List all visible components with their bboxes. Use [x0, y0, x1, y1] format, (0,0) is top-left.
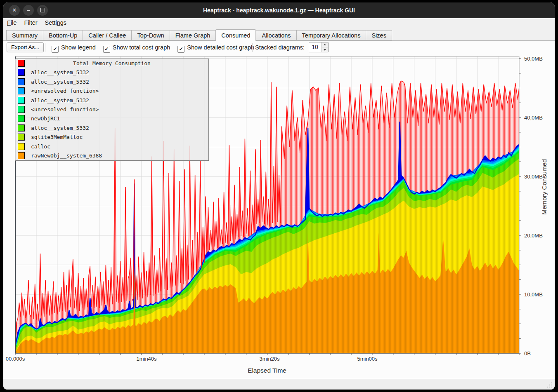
- tab-sizes[interactable]: Sizes: [366, 30, 392, 40]
- toolbar-separator: [252, 43, 253, 52]
- y-tick-label: 50,0MB: [524, 56, 543, 62]
- legend-item: sqlite3MemMalloc: [15, 133, 208, 142]
- legend-swatch: [18, 97, 25, 104]
- y-tick-label: 0B: [524, 350, 531, 357]
- legend-item: <unresolved function>: [15, 105, 208, 114]
- stacked-diagrams-label: Stacked diagrams:: [255, 44, 305, 51]
- legend-label: alloc__system_5332: [31, 124, 89, 133]
- legend-item: alloc__system_5332: [15, 96, 208, 105]
- legend-item: alloc__system_5332: [15, 124, 208, 133]
- y-tick-label: 20,0MB: [524, 232, 543, 239]
- legend-swatch: [18, 69, 25, 76]
- title-bar[interactable]: ✕ – Heaptrack - heaptrack.wakunode.1.gz …: [3, 2, 555, 18]
- stacked-diagrams-group: Stacked diagrams: 10: [255, 41, 329, 54]
- legend-item: newObjRC1: [15, 114, 208, 123]
- legend-item: calloc: [15, 142, 208, 151]
- app-window: ✕ – Heaptrack - heaptrack.wakunode.1.gz …: [3, 2, 555, 390]
- legend-swatch: [18, 124, 25, 131]
- legend-swatch: [18, 143, 25, 150]
- legend-item: alloc__system_5332: [15, 77, 208, 87]
- tab-bottom-up[interactable]: Bottom-Up: [43, 30, 83, 40]
- chart-legend: Total Memory Consumptionalloc__system_53…: [15, 59, 209, 161]
- x-tick-label: 1min40s: [136, 356, 156, 362]
- y-axis-title: Memory Consumed: [541, 202, 548, 215]
- checkbox-row: ✓Show legend✓Show total cost graph✓Show …: [48, 41, 258, 54]
- legend-swatch: [18, 134, 25, 141]
- legend-label: alloc__system_5332: [31, 77, 89, 87]
- consumed-chart-area: 00.000s1min40s3min20s5min00s 0B10,0MB20,…: [3, 54, 555, 379]
- legend-item: Total Memory Consumption: [15, 59, 208, 68]
- x-tick-label: 5min00s: [357, 356, 377, 362]
- menu-file[interactable]: File: [3, 18, 20, 27]
- y-tick-label: 30,0MB: [524, 174, 543, 180]
- checkbox-mark-icon: ✓: [103, 46, 110, 53]
- stacked-diagrams-spinbox[interactable]: 10: [309, 42, 329, 52]
- export-as-button[interactable]: Export As...: [7, 42, 44, 52]
- legend-swatch: [18, 106, 25, 113]
- tab-bar: SummaryBottom-UpCaller / CalleeTop-DownF…: [3, 29, 555, 41]
- legend-label: <unresolved function>: [31, 87, 99, 96]
- legend-label: alloc__system_5332: [31, 96, 89, 105]
- legend-item: alloc__system_5332: [15, 68, 208, 77]
- tab-top-down[interactable]: Top-Down: [131, 30, 169, 40]
- tab-allocations[interactable]: Allocations: [256, 30, 296, 40]
- x-tick-label: 00.000s: [6, 356, 25, 362]
- x-tick-label: 3min20s: [259, 356, 279, 362]
- menu-bar: FileFilterSettings: [3, 18, 555, 29]
- legend-swatch: [18, 115, 25, 122]
- tab-flame-graph[interactable]: Flame Graph: [170, 30, 216, 40]
- legend-label: alloc__system_5332: [31, 68, 89, 77]
- tab-summary[interactable]: Summary: [6, 30, 43, 40]
- tab-temporary-allocations[interactable]: Temporary Allocations: [296, 30, 366, 40]
- legend-label: <unresolved function>: [31, 105, 99, 114]
- toolbar-separator: [45, 43, 45, 52]
- y-tick-label: 10,0MB: [524, 291, 543, 298]
- checkbox-mark-icon: ✓: [177, 46, 184, 53]
- spin-down-icon[interactable]: [322, 47, 328, 52]
- legend-item: rawNewObj__system_6388: [15, 151, 208, 160]
- legend-swatch: [18, 152, 25, 159]
- legend-label: rawNewObj__system_6388: [31, 151, 102, 160]
- tab-consumed[interactable]: Consumed: [215, 29, 256, 41]
- y-tick-label: 40,0MB: [524, 115, 543, 121]
- legend-label: newObjRC1: [31, 114, 60, 123]
- resize-grip-icon[interactable]: [547, 383, 552, 387]
- checkbox-mark-icon: ✓: [52, 46, 59, 53]
- legend-label: Total Memory Consumption: [15, 59, 208, 68]
- legend-label: calloc: [31, 142, 50, 151]
- stacked-diagrams-value: 10: [312, 42, 318, 52]
- window-title: Heaptrack - heaptrack.wakunode.1.gz — He…: [3, 2, 555, 18]
- toolbar: Export As... ✓Show legend✓Show total cos…: [3, 41, 555, 54]
- legend-swatch: [18, 78, 25, 85]
- menu-filter[interactable]: Filter: [20, 18, 41, 27]
- x-axis-title: Elapsed Time: [248, 367, 286, 374]
- checkbox-show-total-cost-graph[interactable]: ✓Show total cost graph: [103, 41, 170, 54]
- legend-item: <unresolved function>: [15, 87, 208, 96]
- tabs-wrap: SummaryBottom-UpCaller / CalleeTop-DownF…: [6, 29, 392, 41]
- checkbox-show-legend[interactable]: ✓Show legend: [52, 41, 96, 54]
- status-bar: [3, 379, 555, 390]
- menu-settings[interactable]: Settings: [41, 18, 70, 27]
- legend-label: sqlite3MemMalloc: [31, 133, 83, 142]
- legend-swatch: [18, 87, 25, 94]
- checkbox-show-detailed-cost-graph[interactable]: ✓Show detailed cost graph: [177, 41, 254, 54]
- tab-caller-callee[interactable]: Caller / Callee: [83, 30, 131, 40]
